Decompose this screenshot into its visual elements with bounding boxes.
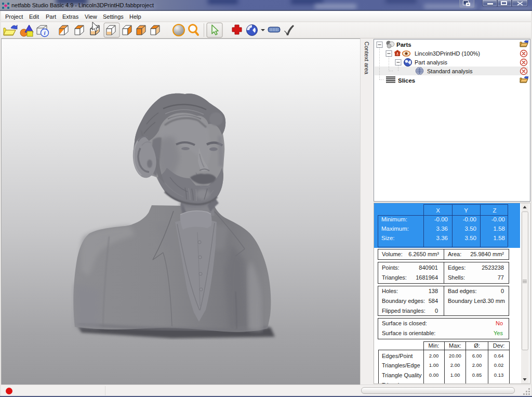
svg-text:840901: 840901 (419, 264, 438, 271)
svg-text:2523238: 2523238 (482, 264, 504, 271)
svg-text:Part analysis: Part analysis (415, 59, 447, 65)
svg-text:3.36: 3.36 (436, 235, 448, 241)
svg-text:3.50: 3.50 (465, 226, 476, 232)
svg-text:6.2650 mm³: 6.2650 mm³ (408, 251, 439, 257)
svg-text:3.36: 3.36 (436, 226, 448, 232)
svg-text:Boundary edges:: Boundary edges: (382, 298, 425, 304)
svg-text:Parts: Parts (396, 42, 411, 48)
svg-text:Min:: Min: (429, 342, 440, 349)
svg-text:Triangle...: Triangle... (382, 382, 407, 383)
svg-text:25.9840 mm²: 25.9840 mm² (470, 251, 504, 257)
svg-text:1.58: 1.58 (494, 226, 505, 232)
svg-text:Flipped triangles:: Flipped triangles: (382, 308, 425, 314)
svg-text:Surface is orientable:: Surface is orientable: (382, 330, 435, 336)
svg-text:0.13: 0.13 (494, 372, 504, 378)
svg-text:0: 0 (435, 308, 438, 314)
svg-text:0.64: 0.64 (494, 353, 504, 359)
svg-text:1.00: 1.00 (450, 372, 460, 378)
svg-text:2.00: 2.00 (429, 353, 439, 359)
svg-text:0.00: 0.00 (429, 372, 439, 378)
svg-text:0.02: 0.02 (494, 362, 504, 368)
svg-text:584: 584 (429, 298, 438, 304)
svg-text:20.00: 20.00 (449, 353, 461, 359)
svg-text:Points:: Points: (382, 264, 400, 271)
svg-text:Shells:: Shells: (448, 274, 465, 281)
svg-text:Standard analysis: Standard analysis (427, 68, 473, 74)
svg-text:Dev:: Dev: (493, 342, 505, 349)
svg-text:Slices: Slices (398, 77, 415, 84)
svg-text:Edges:: Edges: (448, 264, 466, 271)
svg-text:Ø:: Ø: (474, 342, 480, 349)
svg-text:-0.00: -0.00 (491, 216, 505, 222)
svg-text:Y: Y (464, 207, 468, 214)
svg-text:Size:: Size: (381, 235, 395, 241)
svg-text:Holes:: Holes: (382, 288, 398, 294)
svg-text:Yes: Yes (494, 330, 503, 336)
svg-text:138: 138 (429, 288, 438, 294)
svg-text:1.00: 1.00 (429, 362, 439, 368)
svg-text:0.85: 0.85 (472, 372, 482, 378)
svg-text:0: 0 (501, 288, 504, 294)
svg-text:Minimum:: Minimum: (381, 216, 407, 222)
svg-text:6.00: 6.00 (472, 353, 482, 359)
svg-text:Triangle Quality: Triangle Quality (382, 372, 422, 378)
svg-text:Area:: Area: (448, 251, 461, 257)
svg-text:3.50: 3.50 (465, 235, 476, 241)
svg-text:2.00: 2.00 (472, 362, 482, 368)
svg-text:Maximum:: Maximum: (381, 226, 409, 232)
svg-text:Edges/Point: Edges/Point (382, 353, 413, 359)
svg-text:No: No (496, 320, 503, 326)
svg-text:-0.00: -0.00 (434, 216, 448, 222)
svg-text:Bad edges:: Bad edges: (448, 288, 477, 294)
svg-text:-0.00: -0.00 (463, 216, 476, 222)
svg-text:Triangles/Edge: Triangles/Edge (382, 362, 420, 368)
svg-text:Boundary Len: Boundary Len (448, 298, 484, 304)
svg-text:Max:: Max: (449, 342, 461, 349)
svg-text:Z: Z (493, 207, 496, 214)
svg-text:3.30 mm: 3.30 mm (483, 298, 505, 304)
svg-text:Lincoln3DPrintHD (100%): Lincoln3DPrintHD (100%) (415, 50, 480, 57)
svg-text:X: X (436, 207, 440, 214)
svg-text:2.00: 2.00 (450, 362, 460, 368)
svg-text:77: 77 (498, 274, 504, 281)
svg-text:Triangles:: Triangles: (382, 274, 407, 281)
svg-text:1681964: 1681964 (416, 274, 438, 281)
svg-text:Volume:: Volume: (382, 251, 403, 257)
svg-text:1.58: 1.58 (494, 235, 505, 241)
svg-text:Surface is closed:: Surface is closed: (382, 320, 427, 326)
